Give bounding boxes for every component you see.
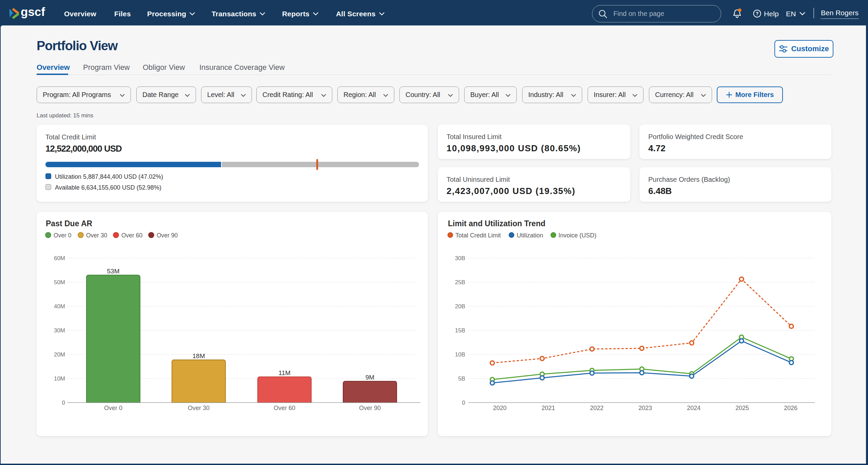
svg-text:Past Due AR: Past Due AR (46, 219, 93, 228)
svg-text:Over 90: Over 90 (359, 405, 381, 411)
svg-text:Total Credit Limit: Total Credit Limit (455, 232, 501, 239)
svg-text:10B: 10B (455, 351, 465, 358)
svg-text:2021: 2021 (541, 405, 555, 411)
svg-text:25B: 25B (455, 279, 465, 286)
svg-text:20M: 20M (54, 351, 65, 358)
svg-text:15B: 15B (455, 327, 465, 334)
svg-text:11M: 11M (278, 369, 291, 376)
svg-text:9M: 9M (366, 374, 374, 381)
svg-text:30M: 30M (54, 327, 65, 334)
svg-text:Limit and Utilization Trend: Limit and Utilization Trend (448, 219, 546, 228)
svg-text:Over 90: Over 90 (157, 232, 178, 239)
svg-text:18M: 18M (193, 352, 205, 360)
svg-text:60M: 60M (54, 255, 65, 261)
svg-text:5B: 5B (458, 375, 465, 382)
svg-text:Over 30: Over 30 (86, 232, 107, 239)
svg-text:50M: 50M (54, 279, 65, 286)
svg-text:Over 30: Over 30 (188, 405, 210, 411)
svg-text:Utilization: Utilization (517, 232, 543, 239)
svg-text:Over 60: Over 60 (121, 232, 143, 239)
svg-text:0: 0 (462, 400, 465, 406)
svg-text:Over 0: Over 0 (54, 232, 72, 239)
svg-text:2025: 2025 (735, 405, 749, 411)
svg-text:Over 60: Over 60 (274, 405, 295, 411)
svg-text:2026: 2026 (784, 405, 797, 411)
svg-text:53M: 53M (107, 268, 120, 275)
svg-text:2023: 2023 (638, 405, 652, 411)
svg-text:2020: 2020 (493, 405, 507, 411)
svg-text:Invoice (USD): Invoice (USD) (558, 232, 596, 239)
svg-text:Over 0: Over 0 (104, 405, 122, 411)
svg-text:?: ? (756, 11, 759, 16)
svg-text:0: 0 (62, 400, 65, 406)
svg-text:2024: 2024 (687, 405, 701, 411)
svg-text:10M: 10M (54, 375, 65, 382)
svg-text:30B: 30B (455, 255, 465, 261)
svg-text:2022: 2022 (590, 405, 604, 411)
svg-text:40M: 40M (54, 303, 65, 310)
svg-text:20B: 20B (455, 303, 465, 310)
